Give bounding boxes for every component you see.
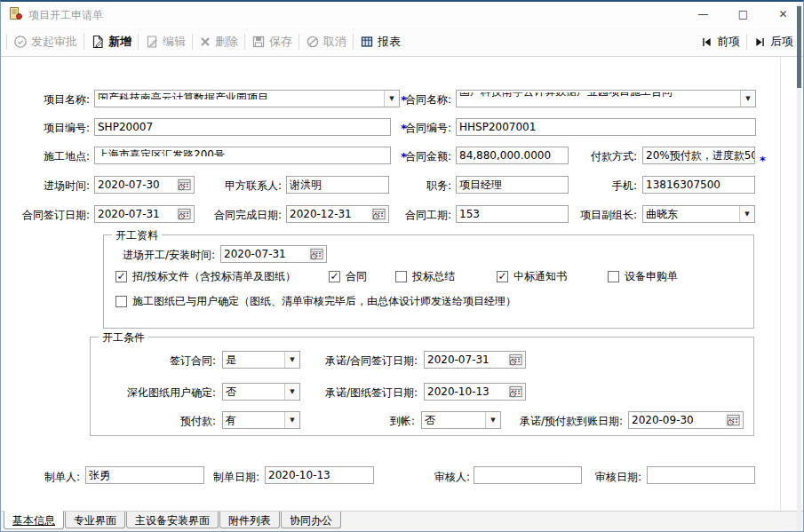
initiate-approval-button[interactable]: 发起审批 — [7, 34, 84, 50]
checkbox-box[interactable]: ✓ — [329, 271, 340, 282]
chevron-down-icon[interactable]: ▼ — [739, 206, 754, 222]
report-table-icon — [360, 35, 374, 49]
advance-payment-select[interactable]: 有 ▼ — [222, 411, 300, 429]
report-button[interactable]: 报表 — [354, 34, 407, 50]
checkbox-box[interactable] — [115, 296, 127, 307]
received-select[interactable]: 否 ▼ — [421, 411, 501, 429]
review-date-input[interactable] — [647, 466, 755, 484]
start-docs-group-title: 开工资料 — [112, 228, 162, 243]
minimize-button[interactable]: — — [683, 2, 723, 26]
title-bar: 项目开工申请单 — □ ✕ — [1, 2, 803, 26]
drawings-confirmed-checkbox-label: 施工图纸已与用户确定（图纸、清单审核完毕后，由总体设计师发送给项目经理） — [132, 294, 516, 309]
calendar-icon[interactable] — [176, 207, 193, 221]
content-right-border — [780, 58, 781, 510]
mobile-input[interactable]: 13816307500 — [642, 176, 755, 194]
entry-date-label: 进场时间: — [44, 179, 90, 194]
chevron-down-icon[interactable]: ▼ — [384, 91, 399, 107]
sign-date-label: 合同签订日期: — [22, 208, 90, 223]
deepen-drawings-label: 深化图纸用户确定: — [127, 385, 216, 401]
contract-checkbox[interactable]: ✓ 合同 — [329, 270, 367, 282]
calendar-icon[interactable] — [176, 178, 193, 192]
promise-sign-date-input[interactable]: 2020-07-31 — [424, 351, 526, 369]
deepen-drawings-select[interactable]: 否 ▼ — [222, 383, 300, 401]
tab-collaboration[interactable]: 协同办公 — [281, 512, 341, 528]
tab-attachments[interactable]: 附件列表 — [219, 512, 280, 528]
maximize-button[interactable]: □ — [723, 2, 763, 26]
add-button[interactable]: 新增 — [84, 34, 138, 50]
review-date-label: 审核日期: — [595, 470, 641, 485]
deputy-select[interactable]: 曲晓东 ▼ — [642, 205, 755, 223]
project-no-input[interactable]: SHP20007 — [94, 118, 391, 136]
finish-date-input[interactable]: 2020-12-31 — [286, 205, 389, 223]
contact-input[interactable]: 谢洪明 — [286, 176, 389, 194]
chevron-down-icon[interactable]: ▼ — [284, 412, 299, 428]
save-button[interactable]: 保存 — [245, 34, 299, 50]
duration-input[interactable]: 153 — [456, 205, 569, 223]
amount-input[interactable]: 84,880,000.0000 — [456, 147, 569, 164]
tab-basic-info[interactable]: 基本信息 — [4, 511, 64, 529]
contract-name-select[interactable]: 国产科技南亭云计算数据产业园项目施工合同 ▼ — [456, 90, 756, 107]
reviewer-input[interactable] — [474, 466, 582, 484]
drawings-confirmed-checkbox[interactable]: 施工图纸已与用户确定（图纸、清单审核完毕后，由总体设计师发送给项目经理） — [115, 295, 516, 307]
start-conditions-group: 开工条件 签订合同: 是 ▼ 承诺/合同签订日期: 2020-07-31 深化图… — [90, 337, 754, 436]
chevron-down-icon[interactable]: ▼ — [740, 91, 755, 107]
calendar-icon[interactable] — [370, 207, 387, 221]
checkbox-box[interactable]: ✓ — [497, 271, 508, 282]
checkbox-box[interactable]: ✓ — [115, 271, 127, 282]
promise-drawing-date-label: 承诺/图纸签订日期: — [325, 385, 418, 401]
contract-no-input[interactable]: HHSP2007001 — [456, 118, 756, 136]
delete-button[interactable]: 删除 — [193, 34, 244, 50]
next-record-button[interactable]: 后项 — [747, 34, 800, 50]
award-notice-checkbox[interactable]: ✓ 中标通知书 — [497, 270, 567, 282]
contact-label: 甲方联系人: — [225, 179, 282, 194]
approval-stamp-icon — [13, 35, 28, 49]
project-name-select[interactable]: 国产科技南亭云计算数据产业园项目 ▼ — [94, 90, 400, 107]
scrollbar-thumb[interactable] — [797, 6, 801, 88]
delete-x-icon — [199, 36, 211, 48]
bid-docs-checkbox-label: 招/投标文件（含投标清单及图纸） — [132, 269, 296, 284]
bid-docs-checkbox[interactable]: ✓ 招/投标文件（含投标清单及图纸） — [115, 270, 296, 282]
tab-professional[interactable]: 专业界面 — [65, 512, 125, 528]
chevron-down-icon[interactable]: ▼ — [485, 412, 500, 428]
calendar-icon[interactable] — [308, 247, 325, 261]
required-asterisk: * — [760, 154, 766, 167]
equipment-checkbox-label: 设备申购单 — [625, 269, 678, 284]
calendar-icon[interactable] — [507, 353, 524, 367]
promise-sign-date-label: 承诺/合同签订日期: — [325, 353, 418, 369]
promise-drawing-date-input[interactable]: 2020-10-13 — [424, 383, 526, 401]
site-input[interactable]: 上海市嘉定区汇发路200号 — [94, 147, 391, 164]
site-label: 施工地点: — [44, 149, 90, 164]
checkbox-box[interactable] — [608, 271, 619, 282]
install-time-input[interactable]: 2020-07-31 — [220, 245, 327, 263]
entry-date-input[interactable]: 2020-07-30 — [94, 176, 195, 194]
reviewer-label: 审核人: — [434, 470, 470, 485]
tab-main-equipment-install[interactable]: 主设备安装界面 — [126, 512, 219, 528]
equipment-checkbox[interactable]: 设备申购单 — [608, 270, 678, 282]
calendar-icon[interactable] — [507, 385, 524, 399]
new-document-icon — [91, 35, 105, 49]
calendar-icon[interactable] — [725, 413, 742, 427]
bid-summary-checkbox[interactable]: 投标总结 — [395, 270, 455, 282]
vertical-scrollbar[interactable] — [797, 4, 801, 529]
finish-date-label: 合同完成日期: — [214, 208, 282, 223]
sign-contract-label: 签订合同: — [170, 353, 216, 369]
start-conditions-group-title: 开工条件 — [99, 330, 148, 345]
position-input[interactable]: 项目经理 — [456, 176, 569, 194]
cancel-slash-icon — [306, 35, 320, 49]
chevron-down-icon[interactable]: ▼ — [284, 384, 299, 400]
cancel-button[interactable]: 取消 — [299, 34, 353, 50]
sign-date-input[interactable]: 2020-07-31 — [94, 205, 195, 223]
creator-input[interactable]: 张勇 — [85, 466, 204, 484]
chevron-down-icon[interactable]: ▼ — [284, 352, 299, 368]
payment-input[interactable]: 20%预付款，进度款50% — [642, 147, 755, 164]
previous-record-button[interactable]: 前项 — [694, 34, 746, 50]
duration-label: 合同工期: — [405, 208, 451, 223]
project-name-label: 项目名称: — [44, 92, 90, 107]
sign-contract-select[interactable]: 是 ▼ — [222, 351, 300, 369]
edit-button[interactable]: 编辑 — [139, 34, 192, 50]
mobile-label: 手机: — [612, 179, 637, 194]
promise-advance-date-input[interactable]: 2020-09-30 — [628, 411, 744, 429]
skip-next-icon — [753, 36, 767, 49]
checkbox-box[interactable] — [395, 271, 407, 282]
create-date-input[interactable]: 2020-10-13 — [265, 466, 374, 484]
